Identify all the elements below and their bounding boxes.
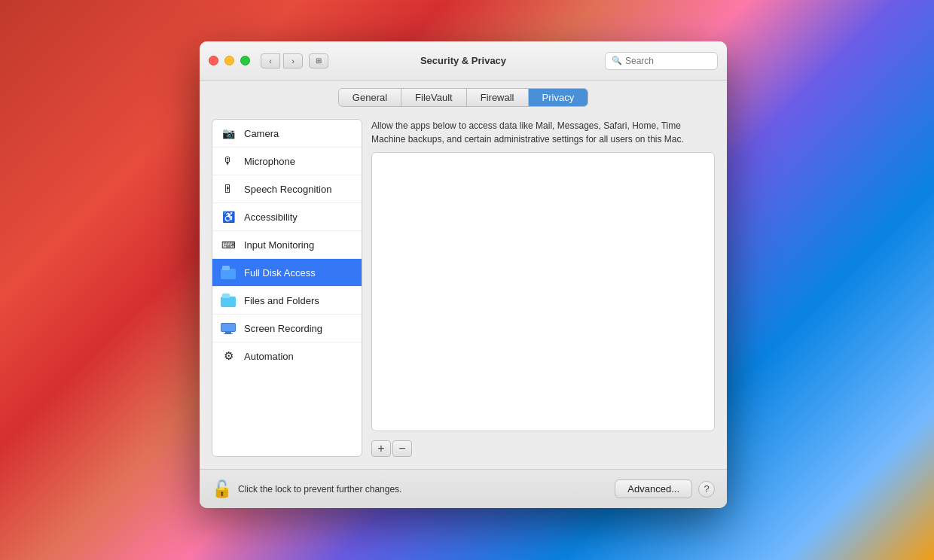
minimize-button[interactable] [224, 56, 234, 65]
main-content: 📷 Camera 🎙 Microphone 🎚 Speech Recogniti… [200, 113, 727, 469]
svg-rect-6 [225, 332, 231, 333]
sidebar-item-speech-recognition[interactable]: 🎚 Speech Recognition [212, 175, 362, 203]
sidebar-label-accessibility: Accessibility [244, 212, 298, 223]
search-box[interactable]: 🔍 [605, 52, 718, 70]
search-icon: 🔍 [612, 56, 622, 65]
microphone-icon: 🎙 [220, 153, 237, 169]
sidebar-item-automation[interactable]: ⚙ Automation [212, 342, 362, 370]
svg-rect-5 [221, 324, 235, 331]
tab-filevault[interactable]: FileVault [401, 89, 467, 106]
sidebar-label-input-monitoring: Input Monitoring [244, 239, 314, 251]
lock-icon: 🔓 [212, 479, 232, 499]
sidebar-label-microphone: Microphone [244, 156, 295, 167]
advanced-button[interactable]: Advanced... [615, 479, 692, 498]
svg-rect-0 [221, 269, 236, 279]
camera-icon: 📷 [220, 125, 237, 142]
forward-button[interactable]: › [283, 53, 303, 68]
sidebar: 📷 Camera 🎙 Microphone 🎚 Speech Recogniti… [212, 119, 362, 457]
footer-right: Advanced... ? [615, 479, 715, 498]
footer: 🔓 Click the lock to prevent further chan… [200, 469, 727, 508]
search-input[interactable] [625, 56, 711, 66]
list-controls: + − [371, 440, 715, 457]
sidebar-item-screen-recording[interactable]: Screen Recording [212, 315, 362, 342]
grid-button[interactable]: ⊞ [309, 53, 328, 68]
add-app-button[interactable]: + [371, 440, 391, 457]
window-title: Security & Privacy [420, 55, 506, 66]
apps-list-box[interactable] [371, 152, 715, 431]
automation-icon: ⚙ [220, 348, 237, 364]
maximize-button[interactable] [240, 56, 250, 65]
sidebar-label-automation: Automation [244, 351, 294, 362]
remove-app-button[interactable]: − [392, 440, 412, 457]
sidebar-label-full-disk-access: Full Disk Access [244, 267, 316, 278]
sidebar-item-full-disk-access[interactable]: Full Disk Access [212, 259, 362, 287]
sidebar-label-files-and-folders: Files and Folders [244, 295, 319, 306]
accessibility-icon: ♿ [220, 208, 237, 225]
sidebar-label-speech-recognition: Speech Recognition [244, 184, 331, 195]
svg-rect-7 [224, 333, 233, 334]
sidebar-item-files-and-folders[interactable]: Files and Folders [212, 287, 362, 315]
sidebar-item-accessibility[interactable]: ♿ Accessibility [212, 203, 362, 231]
sidebar-item-camera[interactable]: 📷 Camera [212, 120, 362, 148]
sidebar-label-screen-recording: Screen Recording [244, 323, 322, 334]
tab-general[interactable]: General [339, 89, 401, 106]
speech-recognition-icon: 🎚 [220, 181, 237, 197]
tab-privacy[interactable]: Privacy [529, 89, 588, 106]
traffic-lights [209, 56, 250, 65]
tab-group: General FileVault Firewall Privacy [338, 88, 588, 107]
svg-rect-3 [222, 294, 230, 298]
nav-buttons: ‹ › [261, 53, 303, 68]
tabs-bar: General FileVault Firewall Privacy [200, 81, 727, 113]
close-button[interactable] [209, 56, 218, 65]
svg-rect-2 [221, 297, 236, 307]
svg-rect-1 [222, 266, 230, 270]
tab-firewall[interactable]: Firewall [467, 89, 529, 106]
description-text: Allow the apps below to access data like… [371, 119, 715, 146]
sidebar-item-microphone[interactable]: 🎙 Microphone [212, 148, 362, 175]
input-monitoring-icon: ⌨ [220, 236, 237, 253]
right-panel: Allow the apps below to access data like… [371, 119, 715, 457]
sidebar-item-input-monitoring[interactable]: ⌨ Input Monitoring [212, 231, 362, 259]
sidebar-label-camera: Camera [244, 128, 279, 139]
titlebar: ‹ › ⊞ Security & Privacy 🔍 [200, 41, 727, 81]
help-button[interactable]: ? [698, 481, 715, 498]
full-disk-access-icon [220, 264, 237, 281]
screen-recording-icon [220, 320, 237, 336]
lock-area[interactable]: 🔓 Click the lock to prevent further chan… [212, 479, 401, 499]
files-and-folders-icon [220, 292, 237, 309]
system-preferences-window: ‹ › ⊞ Security & Privacy 🔍 General FileV… [200, 41, 727, 508]
lock-text: Click the lock to prevent further change… [238, 484, 401, 495]
back-button[interactable]: ‹ [261, 53, 280, 68]
